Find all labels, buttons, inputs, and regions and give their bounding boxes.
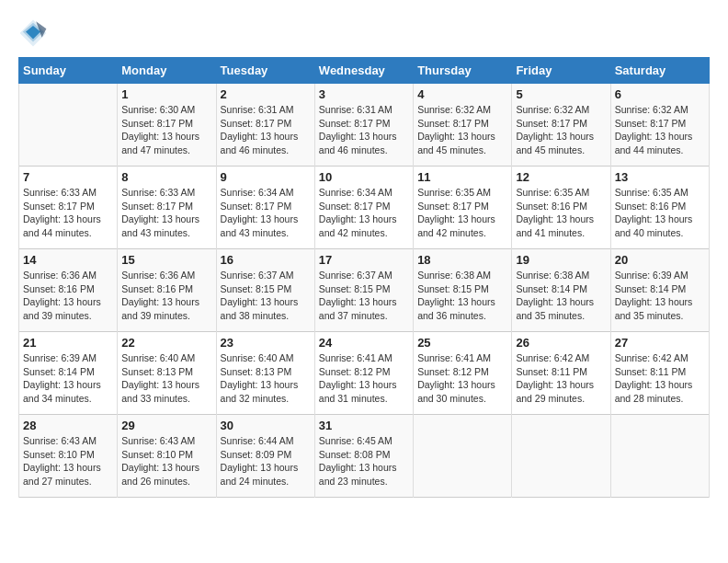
week-row-1: 1Sunrise: 6:30 AMSunset: 8:17 PMDaylight… bbox=[19, 84, 710, 167]
day-info: Sunrise: 6:39 AMSunset: 8:14 PMDaylight:… bbox=[23, 351, 113, 406]
calendar-cell: 19Sunrise: 6:38 AMSunset: 8:14 PMDayligh… bbox=[512, 249, 610, 332]
logo-icon bbox=[18, 18, 48, 48]
day-number: 13 bbox=[615, 170, 705, 184]
day-number: 10 bbox=[319, 170, 409, 184]
day-number: 4 bbox=[417, 87, 507, 101]
calendar-cell: 31Sunrise: 6:45 AMSunset: 8:08 PMDayligh… bbox=[314, 415, 413, 498]
column-header-thursday: Thursday bbox=[414, 58, 512, 84]
calendar-cell: 23Sunrise: 6:40 AMSunset: 8:13 PMDayligh… bbox=[216, 332, 314, 415]
column-header-monday: Monday bbox=[118, 58, 216, 84]
calendar-table: SundayMondayTuesdayWednesdayThursdayFrid… bbox=[18, 57, 710, 498]
day-number: 23 bbox=[221, 336, 311, 350]
calendar-cell: 20Sunrise: 6:39 AMSunset: 8:14 PMDayligh… bbox=[610, 249, 709, 332]
day-info: Sunrise: 6:35 AMSunset: 8:16 PMDaylight:… bbox=[516, 186, 606, 240]
day-number: 18 bbox=[417, 253, 507, 267]
calendar-cell: 21Sunrise: 6:39 AMSunset: 8:14 PMDayligh… bbox=[19, 332, 118, 415]
calendar-cell: 18Sunrise: 6:38 AMSunset: 8:15 PMDayligh… bbox=[414, 249, 512, 332]
day-info: Sunrise: 6:33 AMSunset: 8:17 PMDaylight:… bbox=[23, 186, 113, 240]
week-row-2: 7Sunrise: 6:33 AMSunset: 8:17 PMDaylight… bbox=[19, 167, 710, 249]
day-info: Sunrise: 6:34 AMSunset: 8:17 PMDaylight:… bbox=[319, 186, 409, 240]
day-number: 17 bbox=[319, 253, 409, 267]
calendar-cell bbox=[19, 84, 118, 167]
day-number: 8 bbox=[121, 170, 211, 184]
day-number: 27 bbox=[615, 336, 705, 350]
day-number: 25 bbox=[417, 336, 507, 350]
page-header bbox=[18, 18, 710, 48]
day-info: Sunrise: 6:33 AMSunset: 8:17 PMDaylight:… bbox=[121, 186, 211, 240]
day-info: Sunrise: 6:36 AMSunset: 8:16 PMDaylight:… bbox=[23, 269, 113, 323]
calendar-cell: 10Sunrise: 6:34 AMSunset: 8:17 PMDayligh… bbox=[314, 167, 413, 249]
column-header-tuesday: Tuesday bbox=[216, 58, 314, 84]
calendar-cell: 9Sunrise: 6:34 AMSunset: 8:17 PMDaylight… bbox=[216, 167, 314, 249]
day-info: Sunrise: 6:43 AMSunset: 8:10 PMDaylight:… bbox=[121, 434, 211, 488]
day-info: Sunrise: 6:38 AMSunset: 8:15 PMDaylight:… bbox=[417, 269, 507, 323]
day-info: Sunrise: 6:31 AMSunset: 8:17 PMDaylight:… bbox=[319, 103, 409, 157]
day-number: 14 bbox=[23, 253, 113, 267]
day-info: Sunrise: 6:32 AMSunset: 8:17 PMDaylight:… bbox=[417, 103, 507, 157]
day-info: Sunrise: 6:32 AMSunset: 8:17 PMDaylight:… bbox=[516, 103, 606, 157]
day-info: Sunrise: 6:40 AMSunset: 8:13 PMDaylight:… bbox=[121, 351, 211, 406]
week-row-4: 21Sunrise: 6:39 AMSunset: 8:14 PMDayligh… bbox=[19, 332, 710, 415]
day-number: 26 bbox=[516, 336, 606, 350]
calendar-cell: 28Sunrise: 6:43 AMSunset: 8:10 PMDayligh… bbox=[19, 415, 118, 498]
day-info: Sunrise: 6:42 AMSunset: 8:11 PMDaylight:… bbox=[516, 351, 606, 406]
day-number: 21 bbox=[23, 336, 113, 350]
calendar-cell: 25Sunrise: 6:41 AMSunset: 8:12 PMDayligh… bbox=[414, 332, 512, 415]
day-number: 29 bbox=[121, 419, 211, 432]
column-header-friday: Friday bbox=[512, 58, 610, 84]
day-number: 19 bbox=[516, 253, 606, 267]
calendar-cell: 3Sunrise: 6:31 AMSunset: 8:17 PMDaylight… bbox=[314, 84, 413, 167]
day-number: 7 bbox=[23, 170, 113, 184]
day-number: 24 bbox=[319, 336, 409, 350]
day-number: 9 bbox=[221, 170, 311, 184]
calendar-cell: 4Sunrise: 6:32 AMSunset: 8:17 PMDaylight… bbox=[414, 84, 512, 167]
week-row-3: 14Sunrise: 6:36 AMSunset: 8:16 PMDayligh… bbox=[19, 249, 710, 332]
column-header-wednesday: Wednesday bbox=[314, 58, 413, 84]
calendar-cell: 7Sunrise: 6:33 AMSunset: 8:17 PMDaylight… bbox=[19, 167, 118, 249]
day-number: 16 bbox=[221, 253, 311, 267]
day-info: Sunrise: 6:38 AMSunset: 8:14 PMDaylight:… bbox=[516, 269, 606, 323]
calendar-cell: 16Sunrise: 6:37 AMSunset: 8:15 PMDayligh… bbox=[216, 249, 314, 332]
calendar-cell: 30Sunrise: 6:44 AMSunset: 8:09 PMDayligh… bbox=[216, 415, 314, 498]
calendar-cell: 26Sunrise: 6:42 AMSunset: 8:11 PMDayligh… bbox=[512, 332, 610, 415]
day-number: 22 bbox=[121, 336, 211, 350]
day-info: Sunrise: 6:35 AMSunset: 8:17 PMDaylight:… bbox=[417, 186, 507, 240]
day-number: 11 bbox=[417, 170, 507, 184]
day-number: 30 bbox=[221, 419, 311, 432]
calendar-cell: 8Sunrise: 6:33 AMSunset: 8:17 PMDaylight… bbox=[118, 167, 216, 249]
day-number: 2 bbox=[221, 87, 311, 101]
day-info: Sunrise: 6:32 AMSunset: 8:17 PMDaylight:… bbox=[615, 103, 705, 157]
column-header-saturday: Saturday bbox=[610, 58, 709, 84]
calendar-header-row: SundayMondayTuesdayWednesdayThursdayFrid… bbox=[19, 58, 710, 84]
calendar-cell: 22Sunrise: 6:40 AMSunset: 8:13 PMDayligh… bbox=[118, 332, 216, 415]
calendar-cell: 24Sunrise: 6:41 AMSunset: 8:12 PMDayligh… bbox=[314, 332, 413, 415]
day-info: Sunrise: 6:41 AMSunset: 8:12 PMDaylight:… bbox=[319, 351, 409, 406]
calendar-cell: 6Sunrise: 6:32 AMSunset: 8:17 PMDaylight… bbox=[610, 84, 709, 167]
day-info: Sunrise: 6:37 AMSunset: 8:15 PMDaylight:… bbox=[319, 269, 409, 323]
column-header-sunday: Sunday bbox=[19, 58, 118, 84]
week-row-5: 28Sunrise: 6:43 AMSunset: 8:10 PMDayligh… bbox=[19, 415, 710, 498]
calendar-cell: 17Sunrise: 6:37 AMSunset: 8:15 PMDayligh… bbox=[314, 249, 413, 332]
calendar-cell bbox=[512, 415, 610, 498]
day-number: 15 bbox=[121, 253, 211, 267]
calendar-cell: 27Sunrise: 6:42 AMSunset: 8:11 PMDayligh… bbox=[610, 332, 709, 415]
calendar-cell: 15Sunrise: 6:36 AMSunset: 8:16 PMDayligh… bbox=[118, 249, 216, 332]
calendar-cell: 5Sunrise: 6:32 AMSunset: 8:17 PMDaylight… bbox=[512, 84, 610, 167]
day-info: Sunrise: 6:36 AMSunset: 8:16 PMDaylight:… bbox=[121, 269, 211, 323]
day-info: Sunrise: 6:39 AMSunset: 8:14 PMDaylight:… bbox=[615, 269, 705, 323]
day-info: Sunrise: 6:34 AMSunset: 8:17 PMDaylight:… bbox=[221, 186, 311, 240]
calendar-cell: 14Sunrise: 6:36 AMSunset: 8:16 PMDayligh… bbox=[19, 249, 118, 332]
day-number: 31 bbox=[319, 419, 409, 432]
day-number: 5 bbox=[516, 87, 606, 101]
day-number: 3 bbox=[319, 87, 409, 101]
day-info: Sunrise: 6:30 AMSunset: 8:17 PMDaylight:… bbox=[121, 103, 211, 157]
day-info: Sunrise: 6:40 AMSunset: 8:13 PMDaylight:… bbox=[221, 351, 311, 406]
day-number: 6 bbox=[615, 87, 705, 101]
day-info: Sunrise: 6:45 AMSunset: 8:08 PMDaylight:… bbox=[319, 434, 409, 488]
calendar-cell bbox=[610, 415, 709, 498]
logo bbox=[18, 18, 51, 48]
calendar-cell: 11Sunrise: 6:35 AMSunset: 8:17 PMDayligh… bbox=[414, 167, 512, 249]
day-info: Sunrise: 6:44 AMSunset: 8:09 PMDaylight:… bbox=[221, 434, 311, 488]
day-number: 20 bbox=[615, 253, 705, 267]
day-info: Sunrise: 6:42 AMSunset: 8:11 PMDaylight:… bbox=[615, 351, 705, 406]
